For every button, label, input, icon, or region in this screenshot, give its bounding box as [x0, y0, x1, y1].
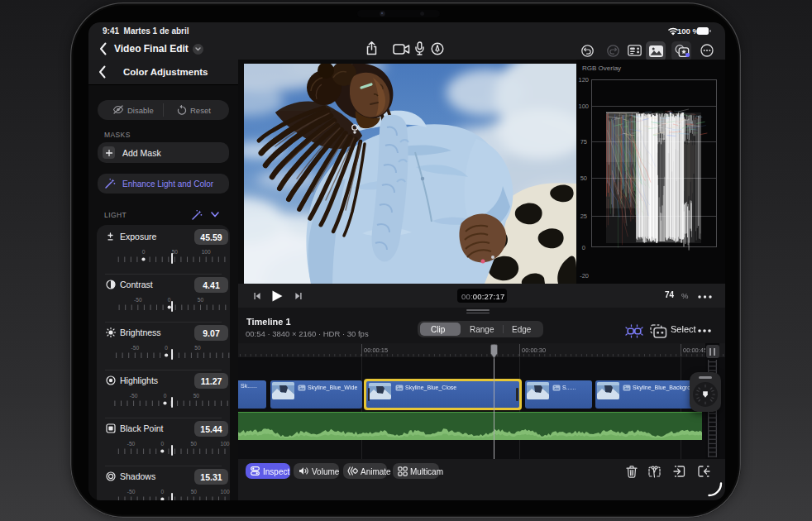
svg-text:0: 0 [164, 393, 167, 399]
svg-text:50: 50 [191, 441, 198, 447]
svg-text:50: 50 [194, 345, 201, 351]
svg-text:-50: -50 [134, 297, 142, 303]
svg-text:0: 0 [161, 489, 165, 495]
svg-text:-50: -50 [130, 393, 138, 399]
svg-text:0: 0 [582, 244, 585, 251]
svg-text:50: 50 [191, 489, 198, 495]
svg-text:100: 100 [578, 103, 589, 110]
svg-text:RGB Overlay: RGB Overlay [582, 65, 621, 72]
svg-text:-20: -20 [580, 272, 589, 280]
svg-text:120: 120 [578, 76, 589, 84]
svg-text:0: 0 [142, 249, 146, 255]
svg-text:100: 100 [221, 489, 230, 495]
svg-text:75: 75 [580, 138, 587, 146]
svg-text:-50: -50 [127, 441, 136, 447]
svg-text:-50: -50 [131, 345, 140, 351]
svg-text:50: 50 [193, 393, 200, 399]
svg-text:100: 100 [202, 249, 211, 255]
svg-text:0: 0 [168, 297, 171, 303]
svg-text:-50: -50 [127, 489, 136, 495]
svg-text:100: 100 [220, 441, 229, 447]
svg-text:0: 0 [165, 345, 168, 351]
svg-text:25: 25 [580, 213, 587, 220]
svg-text:50: 50 [198, 297, 204, 303]
svg-text:50: 50 [580, 174, 587, 182]
svg-text:0: 0 [160, 441, 164, 447]
